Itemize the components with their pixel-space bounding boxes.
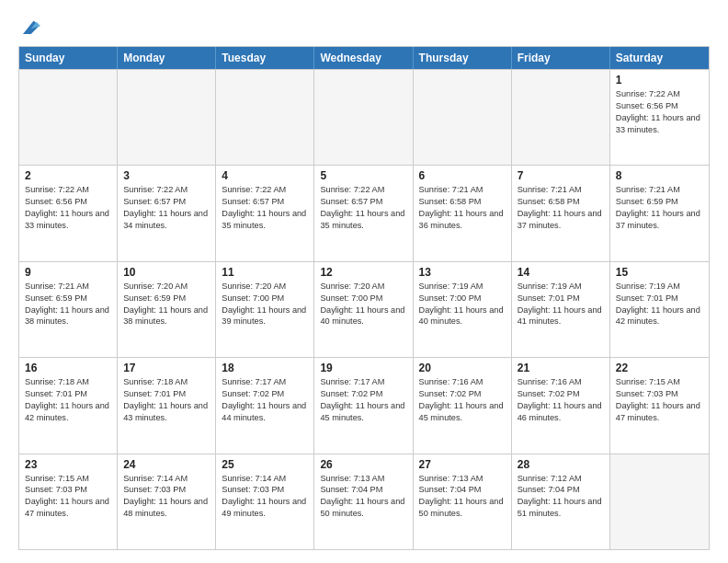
calendar-cell-day-8: 8Sunrise: 7:21 AM Sunset: 6:59 PM Daylig… (610, 166, 709, 260)
calendar-cell-day-2: 2Sunrise: 7:22 AM Sunset: 6:56 PM Daylig… (19, 166, 118, 260)
day-info: Sunrise: 7:12 AM Sunset: 7:04 PM Dayligh… (518, 473, 604, 521)
day-info: Sunrise: 7:18 AM Sunset: 7:01 PM Dayligh… (25, 376, 111, 424)
calendar-cell-empty (512, 70, 610, 165)
calendar-cell-empty (610, 454, 709, 549)
day-info: Sunrise: 7:15 AM Sunset: 7:03 PM Dayligh… (25, 473, 111, 521)
header (18, 17, 710, 37)
day-info: Sunrise: 7:14 AM Sunset: 7:03 PM Dayligh… (123, 473, 210, 521)
day-number: 28 (518, 458, 604, 471)
day-number: 13 (419, 266, 506, 279)
calendar-cell-day-13: 13Sunrise: 7:19 AM Sunset: 7:00 PM Dayli… (414, 262, 512, 357)
calendar-cell-day-23: 23Sunrise: 7:15 AM Sunset: 7:03 PM Dayli… (19, 454, 118, 549)
calendar-cell-day-16: 16Sunrise: 7:18 AM Sunset: 7:01 PM Dayli… (19, 358, 118, 453)
weekday-header-thursday: Thursday (414, 47, 512, 69)
day-number: 21 (518, 362, 604, 374)
day-number: 26 (320, 458, 406, 471)
calendar-cell-day-5: 5Sunrise: 7:22 AM Sunset: 6:57 PM Daylig… (314, 166, 413, 260)
day-info: Sunrise: 7:15 AM Sunset: 7:03 PM Dayligh… (616, 376, 703, 424)
day-info: Sunrise: 7:17 AM Sunset: 7:02 PM Dayligh… (320, 376, 406, 424)
weekday-header-friday: Friday (512, 47, 610, 69)
calendar-cell-day-9: 9Sunrise: 7:21 AM Sunset: 6:59 PM Daylig… (19, 262, 118, 357)
calendar-row-2: 2Sunrise: 7:22 AM Sunset: 6:56 PM Daylig… (19, 165, 709, 260)
calendar-cell-empty (314, 70, 413, 165)
day-number: 6 (419, 169, 506, 182)
calendar-cell-day-25: 25Sunrise: 7:14 AM Sunset: 7:03 PM Dayli… (216, 454, 314, 549)
calendar-cell-day-1: 1Sunrise: 7:22 AM Sunset: 6:56 PM Daylig… (610, 70, 709, 165)
day-number: 9 (25, 266, 111, 279)
day-info: Sunrise: 7:20 AM Sunset: 7:00 PM Dayligh… (320, 281, 406, 328)
calendar-cell-day-14: 14Sunrise: 7:19 AM Sunset: 7:01 PM Dayli… (512, 262, 610, 357)
day-number: 25 (222, 458, 308, 471)
day-number: 22 (616, 362, 703, 374)
day-info: Sunrise: 7:21 AM Sunset: 6:58 PM Dayligh… (419, 184, 506, 232)
day-number: 24 (123, 458, 210, 471)
day-number: 8 (616, 169, 703, 182)
weekday-header-tuesday: Tuesday (216, 47, 314, 69)
calendar-cell-day-6: 6Sunrise: 7:21 AM Sunset: 6:58 PM Daylig… (414, 166, 512, 260)
weekday-header-saturday: Saturday (610, 47, 709, 69)
logo-icon (20, 17, 40, 37)
calendar-cell-day-7: 7Sunrise: 7:21 AM Sunset: 6:58 PM Daylig… (512, 166, 610, 260)
day-number: 3 (123, 169, 210, 182)
day-number: 16 (25, 362, 111, 374)
day-number: 18 (222, 362, 308, 374)
day-info: Sunrise: 7:19 AM Sunset: 7:00 PM Dayligh… (419, 281, 506, 328)
day-info: Sunrise: 7:22 AM Sunset: 6:57 PM Dayligh… (123, 184, 210, 232)
calendar-header: SundayMondayTuesdayWednesdayThursdayFrid… (19, 47, 709, 69)
calendar-cell-day-12: 12Sunrise: 7:20 AM Sunset: 7:00 PM Dayli… (314, 262, 413, 357)
day-info: Sunrise: 7:14 AM Sunset: 7:03 PM Dayligh… (222, 473, 308, 521)
day-number: 4 (222, 169, 308, 182)
calendar-cell-day-11: 11Sunrise: 7:20 AM Sunset: 7:00 PM Dayli… (216, 262, 314, 357)
calendar-cell-day-4: 4Sunrise: 7:22 AM Sunset: 6:57 PM Daylig… (216, 166, 314, 260)
calendar-cell-empty (19, 70, 118, 165)
weekday-header-sunday: Sunday (19, 47, 118, 69)
calendar-cell-day-21: 21Sunrise: 7:16 AM Sunset: 7:02 PM Dayli… (512, 358, 610, 453)
day-number: 5 (320, 169, 406, 182)
day-number: 10 (123, 266, 210, 279)
day-number: 14 (518, 266, 604, 279)
calendar-cell-empty (414, 70, 512, 165)
day-info: Sunrise: 7:22 AM Sunset: 6:57 PM Dayligh… (222, 184, 308, 232)
day-info: Sunrise: 7:20 AM Sunset: 7:00 PM Dayligh… (222, 281, 308, 328)
day-number: 20 (419, 362, 506, 374)
weekday-header-monday: Monday (118, 47, 216, 69)
day-info: Sunrise: 7:18 AM Sunset: 7:01 PM Dayligh… (123, 376, 210, 424)
calendar-cell-day-19: 19Sunrise: 7:17 AM Sunset: 7:02 PM Dayli… (314, 358, 413, 453)
calendar-cell-day-17: 17Sunrise: 7:18 AM Sunset: 7:01 PM Dayli… (118, 358, 216, 453)
calendar-cell-day-26: 26Sunrise: 7:13 AM Sunset: 7:04 PM Dayli… (314, 454, 413, 549)
calendar-row-3: 9Sunrise: 7:21 AM Sunset: 6:59 PM Daylig… (19, 261, 709, 357)
day-number: 15 (616, 266, 703, 279)
day-number: 27 (419, 458, 506, 471)
calendar-cell-day-22: 22Sunrise: 7:15 AM Sunset: 7:03 PM Dayli… (610, 358, 709, 453)
day-info: Sunrise: 7:16 AM Sunset: 7:02 PM Dayligh… (518, 376, 604, 424)
calendar-row-5: 23Sunrise: 7:15 AM Sunset: 7:03 PM Dayli… (19, 454, 709, 549)
day-info: Sunrise: 7:16 AM Sunset: 7:02 PM Dayligh… (419, 376, 506, 424)
calendar-cell-day-18: 18Sunrise: 7:17 AM Sunset: 7:02 PM Dayli… (216, 358, 314, 453)
calendar-row-4: 16Sunrise: 7:18 AM Sunset: 7:01 PM Dayli… (19, 357, 709, 453)
day-info: Sunrise: 7:21 AM Sunset: 6:59 PM Dayligh… (25, 281, 111, 328)
day-number: 1 (616, 74, 703, 86)
calendar: SundayMondayTuesdayWednesdayThursdayFrid… (18, 46, 710, 550)
day-info: Sunrise: 7:22 AM Sunset: 6:56 PM Dayligh… (616, 88, 703, 136)
day-number: 7 (518, 169, 604, 182)
calendar-cell-day-3: 3Sunrise: 7:22 AM Sunset: 6:57 PM Daylig… (118, 166, 216, 260)
day-info: Sunrise: 7:13 AM Sunset: 7:04 PM Dayligh… (419, 473, 506, 521)
day-info: Sunrise: 7:17 AM Sunset: 7:02 PM Dayligh… (222, 376, 308, 424)
day-info: Sunrise: 7:20 AM Sunset: 6:59 PM Dayligh… (123, 281, 210, 328)
calendar-cell-day-27: 27Sunrise: 7:13 AM Sunset: 7:04 PM Dayli… (414, 454, 512, 549)
day-info: Sunrise: 7:13 AM Sunset: 7:04 PM Dayligh… (320, 473, 406, 521)
calendar-body: 1Sunrise: 7:22 AM Sunset: 6:56 PM Daylig… (19, 69, 709, 549)
calendar-row-1: 1Sunrise: 7:22 AM Sunset: 6:56 PM Daylig… (19, 69, 709, 165)
day-info: Sunrise: 7:21 AM Sunset: 6:58 PM Dayligh… (518, 184, 604, 232)
calendar-cell-empty (216, 70, 314, 165)
day-info: Sunrise: 7:22 AM Sunset: 6:56 PM Dayligh… (25, 184, 111, 232)
logo (18, 17, 40, 37)
day-number: 19 (320, 362, 406, 374)
calendar-cell-day-24: 24Sunrise: 7:14 AM Sunset: 7:03 PM Dayli… (118, 454, 216, 549)
day-number: 23 (25, 458, 111, 471)
calendar-cell-day-15: 15Sunrise: 7:19 AM Sunset: 7:01 PM Dayli… (610, 262, 709, 357)
day-info: Sunrise: 7:19 AM Sunset: 7:01 PM Dayligh… (616, 281, 703, 328)
calendar-cell-day-10: 10Sunrise: 7:20 AM Sunset: 6:59 PM Dayli… (118, 262, 216, 357)
calendar-cell-empty (118, 70, 216, 165)
day-info: Sunrise: 7:21 AM Sunset: 6:59 PM Dayligh… (616, 184, 703, 232)
